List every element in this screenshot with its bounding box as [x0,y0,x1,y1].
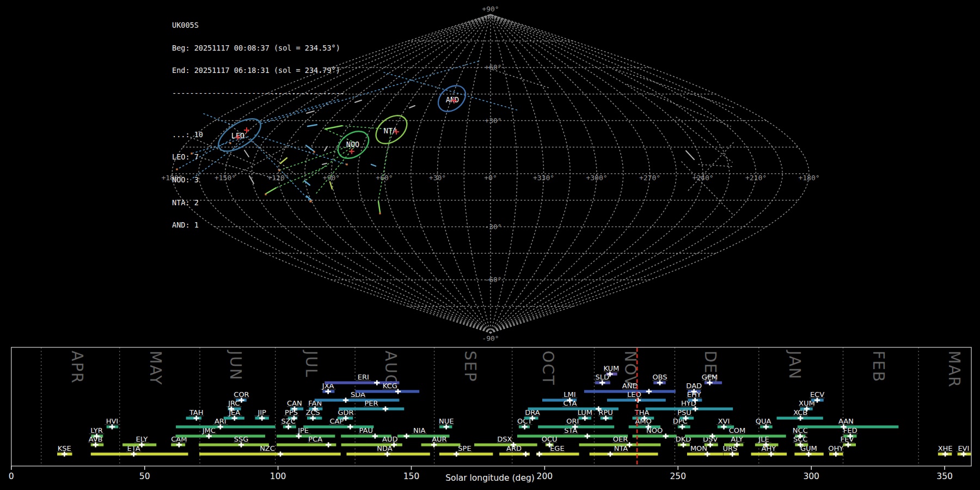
shower-JEA: JEA [224,408,244,421]
shower-label-JLE: JLE [758,435,769,443]
separator-line: --------------------------------------- [172,90,345,97]
shower-label-FED: FED [843,426,857,434]
x-axis-title: Solar longitude (deg) [0,473,980,483]
shower-TAH: TAH [186,408,204,421]
sporadic-streak-4 [686,151,694,160]
shower-label-LEO: LEO [627,390,641,399]
lat-label-+30°: +30° [485,117,501,125]
shower-bar-SDA [315,399,400,401]
month-label-JUL: JUL [302,350,320,378]
month-label-MAY: MAY [146,351,164,385]
shower-label-LUM: LUM [578,408,592,416]
shower-label-CAN: CAN [287,399,302,407]
shower-label-ORI: ORI [566,417,579,425]
month-label-FEB: FEB [869,351,887,383]
shower-bar-STA [517,434,628,437]
shower-bar-EGE [536,452,579,455]
lat-label--60°: -60° [485,275,501,284]
radiant-label-AND: AND [446,95,459,104]
shower-bar-PER [339,407,404,410]
shower-label-KUM: KUM [603,364,619,372]
shower-EVI: EVI [956,444,971,457]
shower-JIP: JIP [254,408,270,421]
shower-ZCS: ZCS [305,408,322,421]
shower-label-OCU: OCU [542,435,558,443]
month-label-JUN: JUN [226,350,244,381]
sporadic-trail-dotted-4 [616,70,734,108]
shower-FED: FED [843,426,858,439]
sporadic-streak-5 [355,100,362,102]
shower-bar-NTA [590,452,658,455]
timeline: APRMAYJUNJULAUGSEPOCTNOVDECJANFEBMARKSEE… [9,347,971,481]
month-guides: APRMAYJUNJULAUGSEPOCTNOVDECJANFEBMAR [41,347,963,466]
shower-bar-ALY [724,443,743,446]
month-label-OCT: OCT [539,351,557,386]
station-info-panel: UK005S Beg: 20251117 00:08:37 (sol = 234… [172,7,345,237]
shower-label-HVI: HVI [106,417,119,425]
shower-label-NDA: NDA [377,444,393,452]
shower-label-OER: OER [613,435,628,443]
radiant-label-NTA: NTA [384,126,397,135]
lon-label-+30°: +30° [429,174,446,182]
station-id: UK005S [172,22,345,29]
count-nta: NTA: 2 [172,199,345,207]
meteor-analysis-screen: { "header": { "station_id": "UK005S", "b… [0,0,980,490]
green-trail-dotted-3 [342,126,388,129]
shower-OHY: OHY [828,444,843,457]
lon-label-+60°: +60° [376,174,393,182]
sporadic-trail-dotted-5 [627,84,731,126]
shower-label-NUE: NUE [439,417,454,425]
shower-label-AUD: AUD [382,435,397,443]
shower-label-AHY: AHY [762,444,776,452]
shower-KSE: KSE [57,444,72,457]
session-end: End: 20251117 06:18:31 (sol = 234.79°) [172,67,345,75]
shower-label-ECV: ECV [810,390,824,399]
shower-ECV: ECV [810,390,825,403]
count-sporadic: ...: 10 [172,131,345,139]
session-begin: Beg: 20251117 00:08:37 (sol = 234.53°) [172,45,345,52]
shower-label-EVI: EVI [958,444,969,452]
shower-bar-ETA [91,452,188,455]
shower-label-PCA: PCA [308,435,322,443]
shower-label-DSX: DSX [497,435,512,443]
shower-label-SZC: SZC [281,417,296,425]
shower-label-AVB: AVB [89,435,103,443]
shower-bar-SSG [199,443,269,446]
shower-ELY: ELY [122,435,156,448]
shower-label-NTA: NTA [614,444,628,452]
count-noo: NOO: 3 [172,176,345,184]
lon-label-+270°: +270° [639,174,660,182]
spacer [172,113,345,116]
shower-label-ALY: ALY [731,435,743,443]
shower-bars: KSEETALYRAVBHVIELYCAMTAHJMCARISSGNZCCORJ… [57,364,971,457]
shower-label-JRC: JRC [228,399,240,407]
shower-label-GUM: GUM [800,444,817,452]
shower-SZC: SZC [281,417,296,430]
shower-label-GEM: GEM [702,373,718,381]
shower-bar-NOO [633,434,677,437]
shower-label-LYR: LYR [90,426,103,434]
shower-bar-SPE [439,452,493,455]
plot-canvas: +180°+150°+120°+90°+60°+30°+0°+330°+300°… [0,0,980,490]
shower-label-PER: PER [364,399,378,407]
shower-label-ARD: ARD [506,444,522,452]
shower-label-SSG: SSG [234,435,249,443]
shower-label-SCC: SCC [793,435,807,443]
shower-NUE: NUE [439,417,454,430]
shower-HVI: HVI [105,417,120,430]
shower-label-TAH: TAH [189,408,204,416]
shower-label-CAP: CAP [329,417,344,425]
lat-label--90°: -90° [482,334,499,342]
sporadic-streak-6 [409,106,415,108]
lon-label-+300°: +300° [586,174,607,182]
shower-label-JIP: JIP [257,408,266,416]
shower-label-COR: COR [234,390,249,399]
shower-label-NIA: NIA [413,426,426,434]
shower-label-XHE: XHE [938,444,953,452]
month-label-JAN: JAN [786,350,804,380]
endpoint-dot-7 [379,212,381,214]
month-label-MAR: MAR [945,351,963,388]
shower-label-EHY: EHY [687,390,701,399]
shower-label-PAU: PAU [359,426,373,434]
shower-XVI: XVI [716,417,734,430]
